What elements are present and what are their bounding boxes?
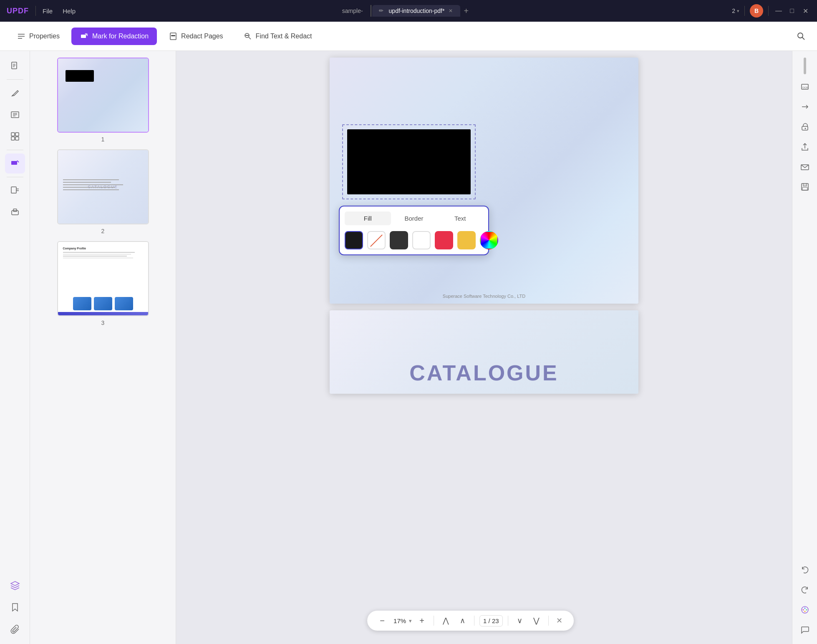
zoom-bar-close-button[interactable]: ✕ [554, 615, 565, 626]
page-count-chevron[interactable]: ▾ [737, 8, 739, 14]
minimize-button[interactable]: — [774, 6, 784, 16]
svg-point-35 [804, 128, 806, 129]
mark-redaction-button[interactable]: Mark for Redaction [71, 28, 157, 45]
text-tab[interactable]: Text [437, 211, 483, 225]
thumb-bottom-bar [58, 312, 148, 315]
chat-button[interactable] [796, 621, 814, 639]
swatch-darkgray[interactable] [390, 231, 408, 249]
fill-tab[interactable]: Fill [345, 211, 391, 225]
swatch-none[interactable] [367, 231, 386, 249]
sidebar-edit-icon[interactable] [5, 105, 25, 125]
page-separator: / [489, 617, 492, 624]
zoom-in-button[interactable]: + [415, 614, 429, 627]
thumb-body-lines [63, 252, 143, 259]
sidebar-stamp-icon[interactable] [5, 202, 25, 222]
main-layout: 1 CATALOGUE 2 [0, 51, 817, 644]
tab-divider [371, 5, 371, 17]
page-input[interactable]: 1 / 23 [479, 615, 503, 626]
thumbnail-page-1[interactable]: 1 [37, 58, 169, 143]
maximize-button[interactable]: □ [787, 6, 797, 16]
toolbar: Properties Mark for Redaction Redact Pag… [0, 22, 817, 51]
protect-button[interactable] [796, 118, 814, 136]
tab-sample[interactable]: sample- [335, 5, 370, 17]
svg-line-12 [802, 37, 805, 40]
go-first-button[interactable]: ⋀ [439, 614, 452, 627]
mark-redaction-icon [80, 32, 89, 41]
thumbnail-frame-2: CATALOGUE [57, 149, 149, 224]
sidebar-convert-icon[interactable] [5, 181, 25, 201]
ai-icon [800, 605, 809, 614]
share-button[interactable] [796, 138, 814, 156]
properties-button[interactable]: Properties [8, 28, 68, 45]
pdf-page-1: Fill Border Text Superace Software Techn… [330, 58, 638, 304]
search-button[interactable] [794, 29, 809, 44]
sidebar-redact-icon[interactable] [5, 153, 25, 174]
border-tab[interactable]: Border [391, 211, 437, 225]
find-text-redact-label: Find Text & Redact [256, 33, 312, 40]
tab-updf-intro[interactable]: ✏ updf-introduction-pdf* ✕ [372, 5, 461, 17]
sidebar-attachment-icon[interactable] [5, 619, 25, 639]
find-text-redact-button[interactable]: Find Text & Redact [235, 28, 320, 45]
svg-point-42 [804, 608, 805, 609]
sidebar-read-icon[interactable] [5, 56, 25, 76]
go-prev-button[interactable]: ∧ [456, 614, 469, 627]
thumbnail-page-3[interactable]: Company Profile 3 [37, 241, 169, 326]
user-avatar[interactable]: B [750, 4, 763, 18]
undo-button[interactable] [796, 561, 814, 579]
zoom-dropdown-button[interactable]: ▾ [409, 618, 412, 624]
close-button[interactable]: ✕ [800, 6, 810, 16]
app-logo: UPDF [7, 7, 29, 15]
sidebar-layers-icon[interactable] [5, 576, 25, 596]
lock-icon [800, 122, 809, 131]
mark-redaction-label: Mark for Redaction [92, 33, 149, 40]
tab-close-button[interactable]: ✕ [448, 8, 454, 14]
sidebar-divider-3 [7, 177, 23, 177]
ai-button[interactable] [796, 601, 814, 619]
sidebar-annotate-icon[interactable] [5, 83, 25, 103]
properties-icon [17, 32, 26, 41]
svg-rect-23 [15, 133, 19, 136]
sidebar-organize-icon[interactable] [5, 126, 25, 146]
ocr-button[interactable]: OCR [796, 78, 814, 96]
find-text-redact-icon [243, 32, 252, 41]
menu-help[interactable]: Help [63, 8, 76, 15]
window-controls: — □ ✕ [774, 6, 810, 16]
page-current: 1 [483, 617, 487, 624]
svg-rect-27 [11, 187, 16, 193]
swatch-yellow[interactable] [457, 231, 476, 249]
swatch-red[interactable] [435, 231, 453, 249]
left-sidebar [0, 51, 30, 644]
page-count-value: 2 [732, 8, 735, 14]
save-button[interactable] [796, 178, 814, 196]
redaction-fill-box [347, 129, 471, 194]
redact-pages-button[interactable]: Redact Pages [160, 28, 232, 45]
svg-point-43 [806, 609, 807, 611]
thumbnail-frame-3: Company Profile [57, 241, 149, 316]
go-last-button[interactable]: ⋁ [530, 614, 543, 627]
svg-point-41 [802, 609, 804, 611]
zoom-divider-3 [508, 616, 508, 626]
swatch-rainbow[interactable] [480, 231, 498, 249]
email-button[interactable] [796, 158, 814, 176]
redaction-selection[interactable] [342, 124, 476, 199]
thumb-redact-1 [66, 70, 94, 82]
convert-right-button[interactable] [796, 98, 814, 116]
scroll-indicator [804, 58, 806, 74]
redo-button[interactable] [796, 581, 814, 599]
menu-file[interactable]: File [43, 8, 53, 15]
page-footer-text-1: Superace Software Technology Co., LTD [443, 294, 525, 299]
zoom-out-button[interactable]: − [376, 614, 389, 627]
redact-pages-label: Redact Pages [181, 33, 223, 40]
svg-rect-25 [15, 137, 19, 140]
swatch-white[interactable] [412, 231, 431, 249]
thumb-company-header: Company Profile [63, 247, 86, 250]
sidebar-bookmark-icon[interactable] [5, 597, 25, 617]
right-sidebar: OCR [792, 51, 817, 644]
share-icon [800, 142, 809, 151]
swatch-black[interactable] [345, 231, 363, 249]
thumb-lines [63, 179, 143, 192]
go-next-button[interactable]: ∨ [513, 614, 527, 627]
thumbnail-page-2[interactable]: CATALOGUE 2 [37, 149, 169, 234]
properties-label: Properties [29, 33, 60, 40]
new-tab-button[interactable]: + [460, 5, 472, 17]
